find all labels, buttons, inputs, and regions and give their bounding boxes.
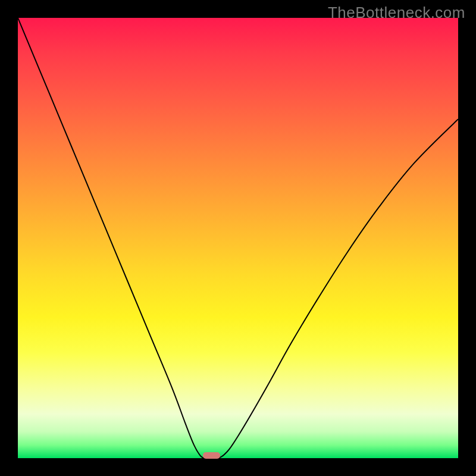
chart-frame bbox=[18, 18, 458, 458]
right-curve-path bbox=[218, 119, 458, 458]
watermark-text: TheBottleneck.com bbox=[328, 4, 465, 22]
plot-area bbox=[18, 18, 458, 458]
left-curve-path bbox=[18, 18, 205, 458]
bottleneck-marker bbox=[203, 452, 221, 459]
curve-layer bbox=[18, 18, 458, 458]
